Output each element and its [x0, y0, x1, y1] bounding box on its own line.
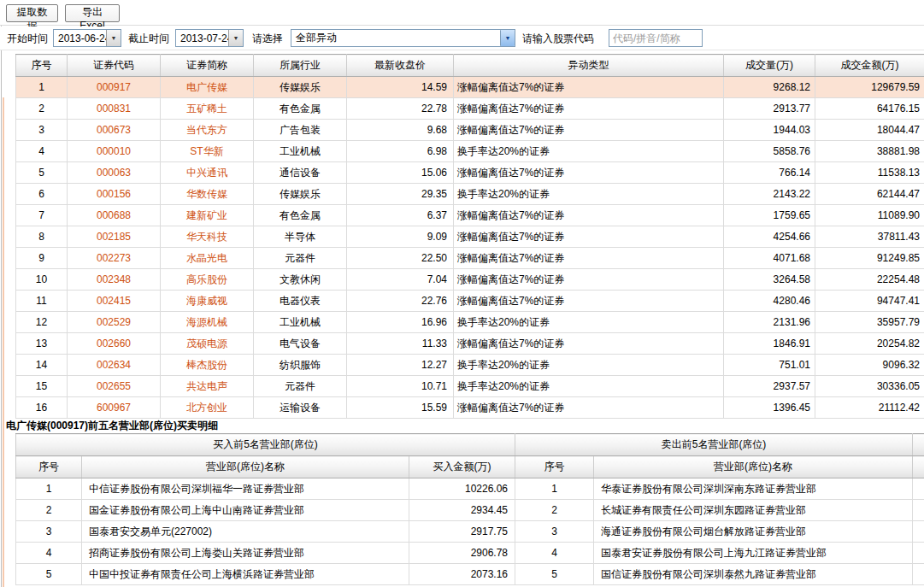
cell-type: 涨幅偏离值达7%的证券	[454, 205, 724, 226]
cell-sell-amount-cut	[913, 543, 924, 564]
col-header-seq[interactable]: 序号	[16, 55, 68, 77]
cell-amount: 91249.85	[815, 248, 924, 269]
col-header-industry[interactable]: 所属行业	[254, 55, 347, 77]
start-date-select[interactable]: 2013-06-24 ▼	[53, 29, 121, 47]
cell-buy-name: 招商证券股份有限公司上海娄山关路证券营业部	[82, 543, 409, 564]
cell-amount: 11089.90	[815, 205, 924, 226]
cell-price: 9.68	[347, 120, 454, 141]
col-header-volume[interactable]: 成交量(万)	[724, 55, 815, 77]
cell-buy-amount: 2917.75	[409, 521, 515, 543]
table-row[interactable]: 1000917电广传媒传媒娱乐14.59涨幅偏离值达7%的证券9268.1212…	[16, 77, 924, 98]
table-row[interactable]: 12002529海源机械工业机械16.96换手率达20%的证券2131.9635…	[16, 312, 924, 333]
cell-code: 002348	[68, 269, 161, 291]
col-header-price[interactable]: 最新收盘价	[347, 55, 454, 77]
cell-price: 6.98	[347, 141, 454, 162]
table-row[interactable]: 3000673当代东方广告包装9.68涨幅偏离值达7%的证券1944.03180…	[16, 120, 924, 141]
cell-industry: 纺织服饰	[254, 355, 347, 376]
detail-row[interactable]: 3国泰君安交易单元(227002)2917.753海通证券股份有限公司烟台解放路…	[16, 521, 924, 543]
table-row[interactable]: 13002660茂硕电源电气设备11.33涨幅偏离值达7%的证券1846.912…	[16, 333, 924, 355]
cell-buy-seq: 5	[16, 564, 82, 585]
cell-sell-seq: 2	[515, 500, 594, 521]
col-header-amount[interactable]: 成交金额(万)	[815, 55, 924, 77]
cell-type: 涨幅偏离值达7%的证券	[454, 162, 724, 184]
table-row[interactable]: 7000688建新矿业有色金属6.37涨幅偏离值达7%的证券1759.65110…	[16, 205, 924, 226]
window-frame-line	[1, 0, 2, 587]
type-select-label: 请选择	[252, 32, 283, 44]
table-row[interactable]: 11002415海康威视电器仪表22.76涨幅偏离值达7%的证券4280.469…	[16, 291, 924, 312]
cell-buy-seq: 3	[16, 521, 82, 543]
cell-volume: 4071.68	[724, 248, 815, 269]
detail-row[interactable]: 1中信证券股份有限公司深圳福华一路证券营业部10226.061华泰证券股份有限公…	[16, 478, 924, 500]
table-row[interactable]: 8002185华天科技半导体9.09涨幅偏离值达7%的证券4254.663781…	[16, 226, 924, 248]
cell-volume: 3264.58	[724, 269, 815, 291]
stock-abnormal-movement-app: 提取数据 导出Excel 开始时间 2013-06-24 ▼ 截止时间 2013…	[0, 0, 924, 587]
end-date-select[interactable]: 2013-07-24 ▼	[175, 29, 244, 47]
movement-type-select[interactable]: 全部异动 ▼	[291, 29, 515, 47]
table-row[interactable]: 4000010ST华新工业机械6.98换手率达20%的证券5858.763888…	[16, 141, 924, 162]
toolbar: 提取数据 导出Excel	[0, 0, 924, 26]
cell-volume: 1846.91	[724, 333, 815, 355]
table-row[interactable]: 9002273水晶光电元器件22.50涨幅偏离值达7%的证券4071.68912…	[16, 248, 924, 269]
cell-volume: 2143.22	[724, 184, 815, 205]
cell-sell-amount-cut	[913, 564, 924, 585]
cell-industry: 通信设备	[254, 162, 347, 184]
cell-name: 当代东方	[161, 120, 254, 141]
cell-code: 002634	[68, 355, 161, 376]
cell-type: 涨幅偏离值达7%的证券	[454, 226, 724, 248]
cell-industry: 有色金属	[254, 98, 347, 120]
cell-sell-name: 长城证券有限责任公司深圳东园路证券营业部	[594, 500, 913, 521]
cell-type: 换手率达20%的证券	[454, 141, 724, 162]
table-row[interactable]: 15002655共达电声元器件10.71换手率达20%的证券2937.57303…	[16, 376, 924, 397]
detail-row[interactable]: 2国金证券股份有限公司上海中山南路证券营业部2934.452长城证券有限责任公司…	[16, 500, 924, 521]
detail-row[interactable]: 5中国中投证券有限责任公司上海横浜路证券营业部2073.165国信证券股份有限公…	[16, 564, 924, 585]
table-row[interactable]: 14002634棒杰股份纺织服饰12.27换手率达20%的证券751.01909…	[16, 355, 924, 376]
cell-amount: 22254.48	[815, 269, 924, 291]
cell-code: 002185	[68, 226, 161, 248]
cell-code: 002660	[68, 333, 161, 355]
cell-code: 000831	[68, 98, 161, 120]
cell-amount: 9096.32	[815, 355, 924, 376]
cell-price: 10.71	[347, 376, 454, 397]
table-row[interactable]: 10002348高乐股份文教休闲7.04涨幅偏离值达7%的证券3264.5822…	[16, 269, 924, 291]
cell-amount: 35957.79	[815, 312, 924, 333]
chevron-down-icon: ▼	[228, 30, 243, 46]
abnormal-movement-table: 序号 证券代码 证券简称 所属行业 最新收盘价 异动类型 成交量(万) 成交金额…	[15, 54, 924, 419]
cell-buy-name: 国金证券股份有限公司上海中山南路证券营业部	[82, 500, 409, 521]
cell-buy-amount: 2073.16	[409, 564, 515, 585]
stock-code-input[interactable]	[609, 29, 703, 47]
cell-volume: 1759.65	[724, 205, 815, 226]
cell-industry: 运输设备	[254, 397, 347, 419]
cell-type: 换手率达20%的证券	[454, 312, 724, 333]
col-header-code[interactable]: 证券代码	[68, 55, 161, 77]
detail-section-title: 电广传媒(000917)前五名营业部(席位)买卖明细	[6, 419, 218, 433]
cell-seq: 12	[16, 312, 68, 333]
cell-price: 16.96	[347, 312, 454, 333]
cell-name: 茂硕电源	[161, 333, 254, 355]
cell-amount: 129679.59	[815, 77, 924, 98]
cell-industry: 工业机械	[254, 312, 347, 333]
table-row[interactable]: 6000156华数传媒传媒娱乐29.35换手率达20%的证券2143.22621…	[16, 184, 924, 205]
table-row[interactable]: 2000831五矿稀土有色金属22.78涨幅偏离值达7%的证券2913.7764…	[16, 98, 924, 120]
cell-sell-name: 国泰君安证券股份有限公司上海九江路证券营业部	[594, 543, 913, 564]
chevron-down-icon: ▼	[106, 30, 121, 46]
col-header-type[interactable]: 异动类型	[454, 55, 724, 77]
cell-seq: 8	[16, 226, 68, 248]
cell-industry: 电气设备	[254, 333, 347, 355]
table-row[interactable]: 5000063中兴通讯通信设备15.06涨幅偏离值达7%的证券766.14115…	[16, 162, 924, 184]
col-header-name[interactable]: 证券简称	[161, 55, 254, 77]
cell-name: 北方创业	[161, 397, 254, 419]
cell-seq: 7	[16, 205, 68, 226]
cell-buy-seq: 4	[16, 543, 82, 564]
buy-col-header-seq: 序号	[16, 456, 82, 478]
cell-type: 涨幅偏离值达7%的证券	[454, 269, 724, 291]
export-excel-button[interactable]: 导出Excel	[65, 4, 120, 22]
cell-volume: 4254.66	[724, 226, 815, 248]
detail-row[interactable]: 4招商证券股份有限公司上海娄山关路证券营业部2906.784国泰君安证券股份有限…	[16, 543, 924, 564]
cell-price: 12.27	[347, 355, 454, 376]
cell-seq: 15	[16, 376, 68, 397]
table-row[interactable]: 16600967北方创业运输设备15.59涨幅偏离值达7%的证券1396.452…	[16, 397, 924, 419]
cell-amount: 62144.47	[815, 184, 924, 205]
cell-price: 22.78	[347, 98, 454, 120]
filter-bar: 开始时间 2013-06-24 ▼ 截止时间 2013-07-24 ▼ 请选择 …	[0, 26, 924, 50]
extract-data-button[interactable]: 提取数据	[6, 4, 58, 22]
